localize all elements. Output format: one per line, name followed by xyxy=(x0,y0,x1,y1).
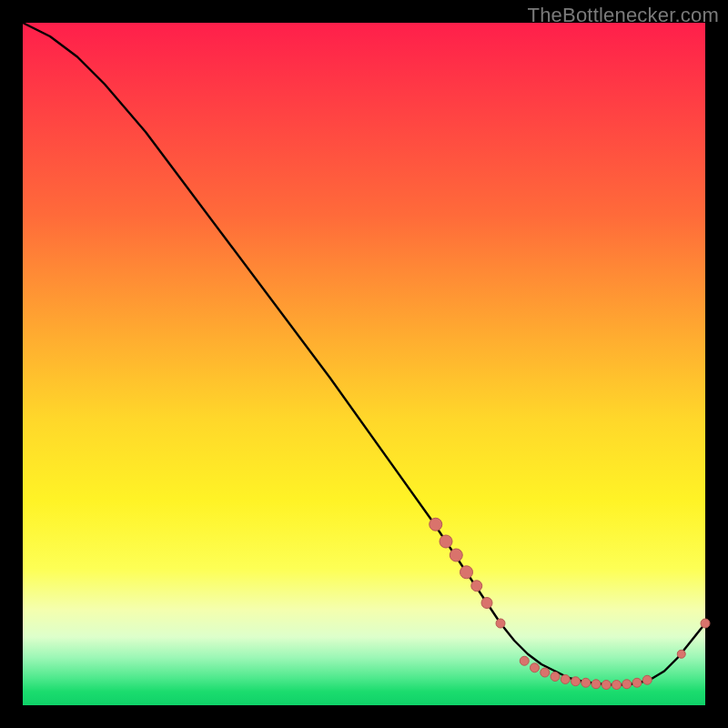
data-point xyxy=(581,678,591,687)
data-point xyxy=(571,677,581,686)
plot-area xyxy=(23,23,705,705)
data-point xyxy=(471,581,482,592)
data-point xyxy=(496,619,505,628)
series-line xyxy=(23,23,705,685)
data-point xyxy=(602,681,611,690)
data-point xyxy=(430,518,442,531)
data-point xyxy=(642,675,652,684)
data-point xyxy=(481,598,492,609)
data-point xyxy=(450,549,462,561)
chart-svg xyxy=(23,23,705,705)
chart-frame: TheBottlenecker.com xyxy=(0,0,728,728)
data-point xyxy=(632,678,642,687)
data-point xyxy=(541,668,550,677)
data-point xyxy=(520,656,529,665)
data-point xyxy=(592,680,601,689)
data-point xyxy=(701,619,710,628)
data-point xyxy=(440,535,452,548)
data-point xyxy=(677,650,685,658)
data-point xyxy=(561,675,570,684)
data-point xyxy=(551,672,560,682)
data-point xyxy=(460,566,473,579)
data-point xyxy=(622,680,632,689)
data-point xyxy=(612,681,622,690)
data-point xyxy=(531,663,540,672)
